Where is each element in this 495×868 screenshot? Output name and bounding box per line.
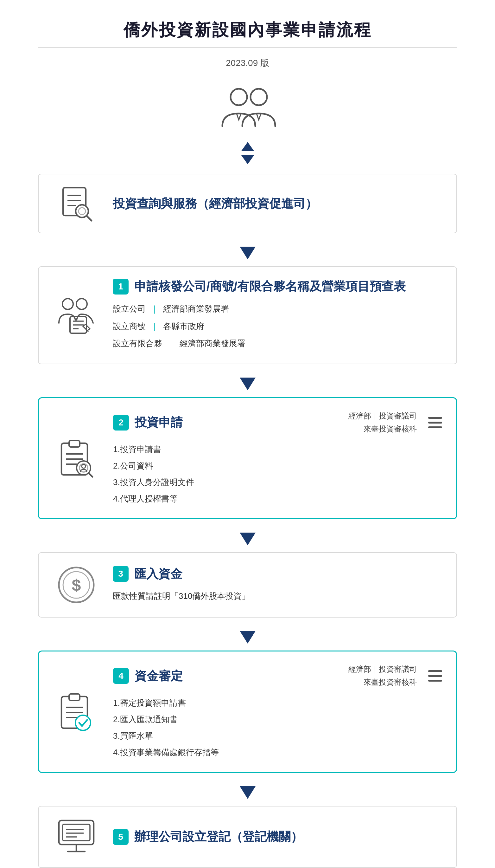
step2-body: 1.投資申請書 2.公司資料 3.投資人身分證明文件 4.代理人授權書等 — [113, 441, 442, 507]
step1-header: 1 申請核發公司/商號/有限合夥名稱及營業項目預查表 — [113, 278, 442, 295]
step3-card: $ 3 匯入資金 匯款性質請註明「310僑外股本投資」 — [38, 552, 457, 618]
arrow-1 — [240, 244, 256, 259]
step2-item3: 3.投資人身分證明文件 — [113, 474, 442, 490]
title-divider — [38, 47, 457, 48]
svg-marker-2 — [241, 142, 254, 151]
step4-menu-icon — [428, 670, 442, 682]
step2-item1: 1.投資申請書 — [113, 441, 442, 457]
svg-rect-29 — [428, 417, 442, 419]
svg-rect-44 — [428, 675, 442, 677]
step4-card: 4 資金審定 經濟部｜投資審議司 來臺投資審核科 1.審定投資額申請書 2.匯入… — [38, 651, 457, 773]
step2-title: 投資申請 — [135, 414, 236, 430]
svg-marker-11 — [240, 247, 256, 259]
page-title: 僑外投資新設國內事業申請流程 — [123, 19, 372, 41]
svg-point-0 — [231, 89, 247, 105]
step3-content: 3 匯入資金 匯款性質請註明「310僑外股本投資」 — [113, 566, 442, 604]
step1-card: 1 申請核發公司/商號/有限合夥名稱及營業項目預查表 設立公司 ｜ 經濟部商業發… — [38, 266, 457, 364]
svg-line-28 — [89, 473, 92, 477]
step4-item2: 2.匯入匯款通知書 — [113, 711, 442, 727]
query-icon — [53, 184, 100, 223]
step4-badge: 4 — [113, 668, 129, 684]
svg-marker-32 — [240, 533, 256, 545]
svg-rect-21 — [69, 441, 80, 447]
step2-item2: 2.公司資料 — [113, 457, 442, 474]
step2-org: 經濟部｜投資審議司 來臺投資審核科 — [348, 410, 417, 436]
svg-rect-30 — [428, 422, 442, 424]
query-content: 投資查詢與服務（經濟部投資促進司） — [113, 196, 442, 212]
step1-body: 設立公司 ｜ 經濟部商業發展署 設立商號 ｜ 各縣市政府 設立有限合夥 ｜ 經濟… — [113, 300, 442, 352]
step3-header: 3 匯入資金 — [113, 566, 442, 582]
step1-icon — [53, 295, 100, 336]
step5-header: 5 辦理公司設立登記（登記機關） — [113, 829, 442, 845]
step5-title: 辦理公司設立登記（登記機關） — [134, 829, 442, 845]
step1-sub3: 設立有限合夥 ｜ 經濟部商業發展署 — [113, 335, 442, 352]
step4-item1: 1.審定投資額申請書 — [113, 694, 442, 711]
svg-line-9 — [86, 216, 91, 220]
step1-sub2: 設立商號 ｜ 各縣市政府 — [113, 318, 442, 335]
step4-org: 經濟部｜投資審議司 來臺投資審核科 — [348, 663, 417, 689]
step2-header: 2 投資申請 經濟部｜投資審議司 來臺投資審核科 — [113, 410, 442, 436]
svg-rect-38 — [69, 694, 80, 700]
arrow-4 — [240, 628, 256, 643]
step4-content: 4 資金審定 經濟部｜投資審議司 來臺投資審核科 1.審定投資額申請書 2.匯入… — [113, 663, 442, 760]
step3-badge: 3 — [113, 566, 129, 582]
step3-title: 匯入資金 — [134, 566, 442, 582]
step4-title: 資金審定 — [135, 668, 236, 684]
step4-icon — [53, 663, 100, 760]
arrow-5 — [240, 783, 256, 799]
step5-card: 5 辦理公司設立登記（登記機關） — [38, 806, 457, 868]
arrow-3 — [240, 529, 256, 545]
step3-icon: $ — [53, 564, 100, 606]
updown-arrow — [238, 142, 257, 164]
step1-badge: 1 — [113, 279, 129, 295]
step4-header: 4 資金審定 經濟部｜投資審議司 來臺投資審核科 — [113, 663, 442, 689]
step2-icon — [53, 410, 100, 507]
step5-icon — [53, 818, 100, 856]
svg-marker-19 — [240, 378, 256, 390]
query-title: 投資查詢與服務（經濟部投資促進司） — [113, 196, 442, 212]
svg-rect-45 — [428, 680, 442, 682]
step2-badge: 2 — [113, 415, 129, 430]
svg-rect-48 — [63, 824, 90, 841]
svg-point-1 — [251, 89, 267, 105]
investor-icon — [216, 85, 279, 129]
step1-title: 申請核發公司/商號/有限合夥名稱及營業項目預查表 — [134, 278, 442, 295]
svg-rect-31 — [428, 426, 442, 428]
svg-point-42 — [75, 715, 90, 731]
svg-marker-36 — [240, 631, 256, 643]
step4-item4: 4.投資事業籌備處銀行存摺等 — [113, 744, 442, 760]
svg-rect-43 — [428, 670, 442, 672]
svg-point-12 — [63, 299, 73, 309]
version-text: 2023.09 版 — [226, 57, 269, 69]
step2-content: 2 投資申請 經濟部｜投資審議司 來臺投資審核科 1.投資申請書 2.公司資料 … — [113, 410, 442, 507]
step1-sub1: 設立公司 ｜ 經濟部商業發展署 — [113, 300, 442, 318]
step3-body: 匯款性質請註明「310僑外股本投資」 — [113, 588, 442, 604]
step2-item4: 4.代理人授權書等 — [113, 490, 442, 507]
step4-item3: 3.買匯水單 — [113, 727, 442, 744]
svg-marker-3 — [241, 155, 254, 164]
step5-content: 5 辦理公司設立登記（登記機關） — [113, 829, 442, 845]
step1-content: 1 申請核發公司/商號/有限合夥名稱及營業項目預查表 設立公司 ｜ 經濟部商業發… — [113, 278, 442, 352]
svg-marker-46 — [240, 786, 256, 799]
svg-text:$: $ — [72, 576, 81, 594]
step2-menu-icon — [428, 417, 442, 428]
svg-point-13 — [76, 299, 87, 309]
step2-card: 2 投資申請 經濟部｜投資審議司 來臺投資審核科 1.投資申請書 2.公司資料 … — [38, 397, 457, 520]
step5-badge: 5 — [113, 829, 129, 845]
step4-body: 1.審定投資額申請書 2.匯入匯款通知書 3.買匯水單 4.投資事業籌備處銀行存… — [113, 694, 442, 760]
query-card: 投資查詢與服務（經濟部投資促進司） — [38, 174, 457, 233]
arrow-2 — [240, 374, 256, 390]
